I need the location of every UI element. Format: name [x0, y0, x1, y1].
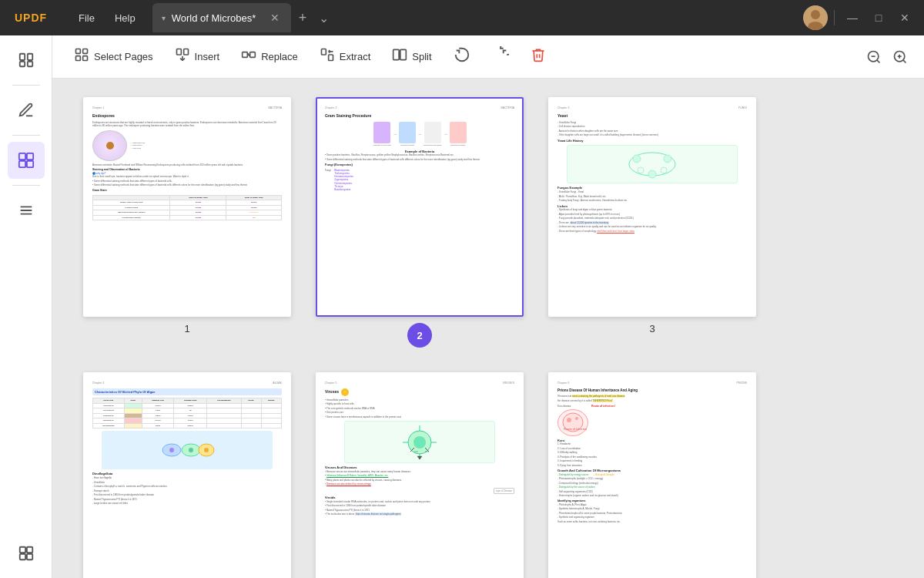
svg-rect-25 [250, 52, 256, 58]
app-logo: UPDF [0, 0, 62, 35]
page-thumb-4: Chapter 4ALGAE Characteristics Of Skirte… [83, 372, 291, 578]
svg-line-32 [877, 59, 880, 62]
svg-point-39 [633, 155, 641, 163]
delete-icon [531, 47, 546, 66]
new-tab-button[interactable]: + [291, 10, 315, 26]
sidebar-icon-annotation[interactable] [8, 92, 45, 129]
select-pages-button[interactable]: Select Pages [65, 42, 162, 71]
svg-rect-18 [83, 56, 88, 61]
tab-dropdown-icon: ▾ [162, 14, 166, 22]
svg-point-48 [189, 448, 193, 452]
page-number-3: 3 [649, 323, 654, 334]
split-icon [392, 47, 407, 66]
svg-rect-26 [321, 49, 326, 55]
svg-rect-11 [19, 547, 25, 553]
svg-rect-16 [83, 49, 88, 54]
title-bar: UPDF File Help ▾ World of Microbes* ✕ + … [0, 0, 924, 35]
page-item-2[interactable]: Chapter 2BACTERIA Gram Staining Procedur… [316, 97, 524, 348]
sidebar-divider-3 [12, 185, 40, 186]
close-button[interactable]: ✕ [893, 6, 916, 29]
content-area: Select Pages Insert Re [52, 35, 924, 578]
svg-rect-6 [27, 62, 32, 66]
zoom-out-button[interactable] [862, 45, 886, 69]
svg-text:Route of infection!: Route of infection! [564, 427, 587, 431]
page-thumb-5: Chapter 5VIRUSES Viruses ☺ • Intracellul… [316, 372, 524, 578]
maximize-button[interactable]: □ [867, 6, 890, 29]
page-thumb-1: Chapter 1BACTERIA Endospores Endospores … [83, 97, 291, 317]
svg-line-35 [903, 59, 906, 62]
sidebar-icon-pages[interactable] [8, 142, 45, 179]
svg-rect-29 [400, 49, 407, 59]
tab-area: ▾ World of Microbes* ✕ + ⌄ [152, 0, 803, 35]
sidebar-icon-reader[interactable] [8, 42, 45, 79]
zoom-controls [862, 45, 912, 69]
page-thumb-2: Chapter 2BACTERIA Gram Staining Procedur… [316, 97, 524, 317]
minimize-button[interactable]: — [841, 6, 864, 29]
svg-point-63 [575, 417, 578, 420]
svg-rect-24 [243, 52, 248, 58]
svg-point-42 [638, 167, 644, 173]
replace-button[interactable]: Replace [232, 42, 307, 71]
pages-row-2: Chapter 4ALGAE Characteristics Of Skirte… [83, 372, 893, 578]
page-thumb-6: Chapter 6PRIONS Prions Disease Of Human … [548, 372, 756, 578]
delete-button[interactable] [521, 42, 555, 71]
svg-rect-17 [76, 56, 81, 61]
extract-label: Extract [340, 51, 370, 62]
svg-point-43 [661, 167, 667, 173]
page-item-4[interactable]: Chapter 4ALGAE Characteristics Of Skirte… [83, 372, 291, 578]
page-item-3[interactable]: Chapter 3FUNGI Yeast - Unicellular Fungi… [548, 97, 756, 348]
document-tab[interactable]: ▾ World of Microbes* ✕ [152, 3, 291, 32]
svg-rect-5 [19, 62, 24, 66]
sidebar-divider-1 [12, 85, 40, 86]
tab-close-button[interactable]: ✕ [268, 11, 282, 25]
split-button[interactable]: Split [383, 42, 440, 71]
rotate-left-button[interactable] [444, 42, 480, 72]
svg-point-1 [811, 10, 820, 19]
page-item-6[interactable]: Chapter 6PRIONS Prions Disease Of Human … [548, 372, 756, 578]
rotate-right-button[interactable] [483, 42, 518, 72]
pages-grid: Chapter 1BACTERIA Endospores Endospores … [52, 79, 924, 578]
svg-point-49 [204, 448, 209, 452]
svg-rect-4 [27, 54, 32, 60]
main-layout: Select Pages Insert Re [0, 35, 924, 578]
extract-button[interactable]: Extract [310, 42, 380, 71]
svg-rect-28 [393, 49, 400, 59]
sidebar-icon-organize[interactable] [8, 192, 45, 229]
svg-point-41 [648, 170, 656, 178]
svg-rect-10 [26, 161, 32, 167]
toolbar: Select Pages Insert Re [52, 35, 924, 79]
title-bar-right: — □ ✕ [803, 5, 924, 30]
svg-point-40 [664, 155, 671, 163]
avatar[interactable] [803, 5, 828, 30]
svg-rect-27 [328, 55, 333, 61]
select-pages-icon [74, 47, 89, 66]
svg-rect-13 [19, 554, 25, 560]
page-number-2: 2 [407, 323, 432, 348]
page-item-5[interactable]: Chapter 5VIRUSES Viruses ☺ • Intracellul… [316, 372, 524, 578]
svg-rect-12 [26, 547, 32, 553]
menu-help[interactable]: Help [105, 9, 145, 27]
replace-label: Replace [261, 51, 298, 62]
sidebar-left [0, 35, 52, 578]
rotate-right-icon [492, 46, 509, 67]
select-pages-label: Select Pages [94, 51, 153, 62]
svg-rect-3 [19, 54, 24, 60]
pages-row-1: Chapter 1BACTERIA Endospores Endospores … [83, 97, 893, 348]
svg-rect-19 [176, 49, 181, 55]
insert-button[interactable]: Insert [166, 42, 229, 71]
logo-text: UPDF [15, 12, 47, 24]
zoom-in-button[interactable] [889, 45, 912, 69]
page-number-1: 1 [184, 323, 189, 334]
svg-point-62 [567, 418, 571, 422]
menu-bar: File Help [62, 9, 145, 27]
svg-point-51 [413, 436, 426, 449]
page-thumb-3: Chapter 3FUNGI Yeast - Unicellular Fungi… [548, 97, 756, 317]
extract-icon [320, 47, 335, 66]
svg-rect-9 [18, 161, 25, 167]
sidebar-icon-tools[interactable] [8, 535, 45, 572]
page-item-1[interactable]: Chapter 1BACTERIA Endospores Endospores … [83, 97, 291, 348]
svg-point-47 [169, 448, 174, 452]
menu-file[interactable]: File [69, 9, 104, 27]
more-tabs-button[interactable]: ⌄ [314, 11, 333, 25]
tab-title: World of Microbes* [172, 12, 262, 24]
